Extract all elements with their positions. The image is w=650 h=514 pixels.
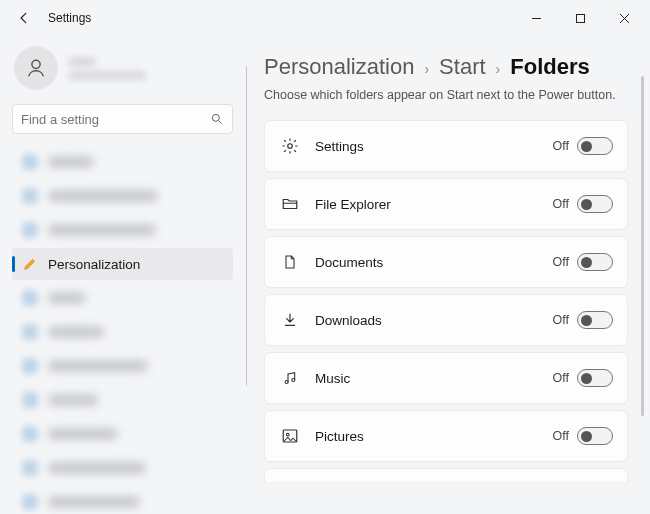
- row-state: Off: [553, 313, 569, 327]
- row-label: Pictures: [315, 429, 553, 444]
- svg-point-7: [286, 433, 289, 436]
- breadcrumb-start[interactable]: Start: [439, 54, 485, 80]
- nav-item-redacted[interactable]: [12, 418, 233, 450]
- scroll-divider-left: [245, 66, 247, 386]
- row-state: Off: [553, 139, 569, 153]
- nav-item-redacted[interactable]: [12, 316, 233, 348]
- row-settings: Settings Off: [264, 120, 628, 172]
- page-description: Choose which folders appear on Start nex…: [264, 88, 628, 102]
- toggle-music[interactable]: [577, 369, 613, 387]
- toggle-file-explorer[interactable]: [577, 195, 613, 213]
- breadcrumb: Personalization › Start › Folders: [264, 54, 628, 80]
- nav-item-redacted[interactable]: [12, 180, 233, 212]
- nav-label: Personalization: [48, 257, 140, 272]
- music-icon: [279, 369, 301, 387]
- profile-email-redacted: [68, 71, 146, 80]
- profile-text: [68, 57, 146, 80]
- row-label: File Explorer: [315, 197, 553, 212]
- row-state: Off: [553, 255, 569, 269]
- chevron-right-icon: ›: [496, 61, 501, 77]
- row-downloads: Downloads Off: [264, 294, 628, 346]
- row-label: Music: [315, 371, 553, 386]
- window-title: Settings: [48, 11, 91, 25]
- svg-point-3: [288, 144, 293, 149]
- row-label: Settings: [315, 139, 553, 154]
- avatar: [14, 46, 58, 90]
- row-label: Downloads: [315, 313, 553, 328]
- svg-point-5: [292, 378, 295, 381]
- minimize-icon: [531, 13, 542, 24]
- window-controls: [514, 3, 646, 33]
- picture-icon: [279, 427, 301, 445]
- row-label: Documents: [315, 255, 553, 270]
- svg-point-1: [32, 60, 40, 68]
- search-box[interactable]: [12, 104, 233, 134]
- row-music: Music Off: [264, 352, 628, 404]
- nav-item-redacted[interactable]: [12, 452, 233, 484]
- nav-item-redacted[interactable]: [12, 486, 233, 514]
- nav-item-personalization[interactable]: Personalization: [12, 248, 233, 280]
- row-state: Off: [553, 429, 569, 443]
- svg-point-4: [285, 380, 288, 383]
- scrollbar[interactable]: [641, 76, 644, 416]
- nav-item-redacted[interactable]: [12, 350, 233, 382]
- main-content: Personalization › Start › Folders Choose…: [245, 36, 650, 514]
- nav-item-redacted[interactable]: [12, 214, 233, 246]
- nav-item-redacted[interactable]: [12, 146, 233, 178]
- titlebar: Settings: [0, 0, 650, 36]
- breadcrumb-folders: Folders: [510, 54, 589, 80]
- back-button[interactable]: [10, 4, 38, 32]
- minimize-button[interactable]: [514, 3, 558, 33]
- breadcrumb-personalization[interactable]: Personalization: [264, 54, 414, 80]
- nav-item-redacted[interactable]: [12, 282, 233, 314]
- toggle-pictures[interactable]: [577, 427, 613, 445]
- sidebar: Personalization: [0, 36, 245, 514]
- row-pictures: Pictures Off: [264, 410, 628, 462]
- row-file-explorer: File Explorer Off: [264, 178, 628, 230]
- profile-name-redacted: [68, 57, 96, 67]
- close-icon: [619, 13, 630, 24]
- toggle-downloads[interactable]: [577, 311, 613, 329]
- chevron-right-icon: ›: [424, 61, 429, 77]
- search-input[interactable]: [21, 112, 210, 127]
- download-icon: [279, 311, 301, 329]
- document-icon: [279, 253, 301, 271]
- person-icon: [25, 57, 47, 79]
- row-partial-next: [264, 468, 628, 482]
- row-state: Off: [553, 197, 569, 211]
- svg-point-2: [212, 114, 219, 121]
- svg-rect-0: [576, 14, 584, 22]
- arrow-left-icon: [17, 11, 31, 25]
- toggle-documents[interactable]: [577, 253, 613, 271]
- toggle-settings[interactable]: [577, 137, 613, 155]
- search-icon: [210, 112, 224, 126]
- nav-item-redacted[interactable]: [12, 384, 233, 416]
- gear-icon: [279, 137, 301, 155]
- maximize-button[interactable]: [558, 3, 602, 33]
- nav-list: Personalization: [12, 146, 233, 514]
- folder-icon: [279, 195, 301, 213]
- row-state: Off: [553, 371, 569, 385]
- maximize-icon: [575, 13, 586, 24]
- row-documents: Documents Off: [264, 236, 628, 288]
- profile-region[interactable]: [14, 46, 233, 90]
- paintbrush-icon: [22, 256, 38, 272]
- close-button[interactable]: [602, 3, 646, 33]
